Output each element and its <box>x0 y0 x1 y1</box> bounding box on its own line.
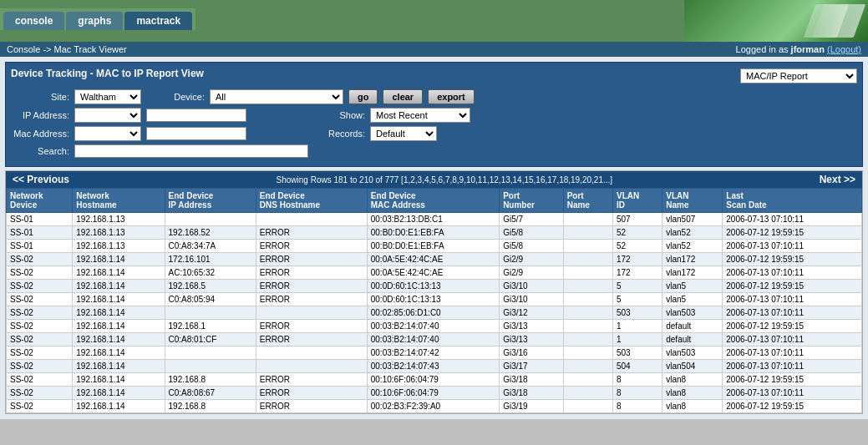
table-row: SS-02192.168.1.14172.16.101ERROR00:0A:5E… <box>7 253 862 266</box>
table-cell <box>256 346 367 360</box>
col-vlan-id: VLANID <box>612 189 662 213</box>
table-cell: 00:03:B2:14:07:43 <box>367 360 499 373</box>
table-cell <box>563 226 612 240</box>
table-cell: 192.168.1 <box>165 320 256 333</box>
nav-tab-graphs[interactable]: graphs <box>66 12 123 30</box>
mac-input[interactable] <box>146 127 246 140</box>
table-cell: Gi3/13 <box>500 333 564 346</box>
table-cell: vlan52 <box>662 240 723 253</box>
table-cell: 2006-07-12 19:59:15 <box>723 226 862 240</box>
table-cell: C0:A8:08:67 <box>165 387 256 400</box>
table-cell <box>563 346 612 360</box>
table-cell: 00:0D:60:1C:13:13 <box>367 280 499 293</box>
table-cell: vlan503 <box>662 346 723 360</box>
table-cell: Gi3/10 <box>500 293 564 306</box>
table-cell: 52 <box>612 226 662 240</box>
table-cell: ERROR <box>256 240 367 253</box>
table-cell <box>563 333 612 346</box>
col-vlan-name: VLANName <box>662 189 723 213</box>
ip-input[interactable] <box>146 109 246 122</box>
nav-tab-mactrack[interactable]: mactrack <box>124 12 192 30</box>
export-button[interactable]: export <box>428 89 475 104</box>
table-cell <box>256 306 367 320</box>
show-select[interactable]: Most Recent All <box>370 108 470 123</box>
table-cell: 2006-07-13 07:10:11 <box>723 213 862 226</box>
table-cell <box>563 253 612 266</box>
search-input[interactable] <box>74 144 308 158</box>
logout-link[interactable]: (Logout) <box>827 44 861 54</box>
ip-select[interactable] <box>74 108 141 123</box>
table-cell: 192.168.1.14 <box>73 373 165 387</box>
table-cell: ERROR <box>256 333 367 346</box>
table-cell: 2006-07-13 07:10:11 <box>723 293 862 306</box>
table-cell: SS-02 <box>7 373 73 387</box>
table-cell: 192.168.1.14 <box>73 400 165 413</box>
table-cell: SS-01 <box>7 226 73 240</box>
records-select[interactable]: Default 10 25 50 100 <box>370 126 437 141</box>
table-cell: 172 <box>612 253 662 266</box>
device-select[interactable]: All <box>210 89 343 104</box>
table-cell: Gi3/18 <box>500 373 564 387</box>
table-row: SS-01192.168.1.1300:03:B2:13:DB:C1Gi5/75… <box>7 213 862 226</box>
table-cell: 5 <box>612 293 662 306</box>
col-end-mac: End DeviceMAC Address <box>367 189 499 213</box>
clear-button[interactable]: clear <box>383 89 423 104</box>
table-cell: 00:0D:60:1C:13:13 <box>367 293 499 306</box>
table-cell <box>256 213 367 226</box>
table-row: SS-02192.168.1.14C0:A8:05:94ERROR00:0D:6… <box>7 293 862 306</box>
table-cell: 00:02:B3:F2:39:A0 <box>367 400 499 413</box>
col-end-dns: End DeviceDNS Hostname <box>256 189 367 213</box>
table-cell: 192.168.1.14 <box>73 280 165 293</box>
table-row: SS-02192.168.1.14C0:A8:08:67ERROR00:10:6… <box>7 387 862 400</box>
table-cell: 00:03:B2:14:07:40 <box>367 320 499 333</box>
table-row: SS-01192.168.1.13C0:A8:34:7AERROR00:B0:D… <box>7 240 862 253</box>
table-cell <box>563 320 612 333</box>
table-row: SS-02192.168.1.14192.168.8ERROR00:02:B3:… <box>7 400 862 413</box>
table-cell <box>165 306 256 320</box>
prev-link[interactable]: << Previous <box>13 174 69 185</box>
table-cell: 192.168.1.14 <box>73 266 165 280</box>
table-cell: Gi2/9 <box>500 266 564 280</box>
table-cell: Gi3/17 <box>500 360 564 373</box>
table-cell: SS-02 <box>7 360 73 373</box>
nav-tab-console[interactable]: console <box>3 12 64 30</box>
table-cell: SS-02 <box>7 253 73 266</box>
table-cell: 2006-07-13 07:10:11 <box>723 240 862 253</box>
table-cell: SS-02 <box>7 306 73 320</box>
table-cell: 2006-07-12 19:59:15 <box>723 253 862 266</box>
table-cell: vlan5 <box>662 293 723 306</box>
table-cell <box>256 360 367 373</box>
col-scan-date: LastScan Date <box>723 189 862 213</box>
table-cell <box>563 360 612 373</box>
col-port-number: PortNumber <box>500 189 564 213</box>
col-network-hostname: NetworkHostname <box>73 189 165 213</box>
col-network-device: NetworkDevice <box>7 189 73 213</box>
table-cell: 2006-07-12 19:59:15 <box>723 400 862 413</box>
user-info: Logged in as jforman (Logout) <box>736 44 861 54</box>
report-select[interactable]: MAC/IP Report <box>740 68 857 83</box>
table-cell <box>165 213 256 226</box>
table-container: << Previous Showing Rows 181 to 210 of 7… <box>5 170 863 414</box>
table-cell: 00:03:B2:14:07:40 <box>367 333 499 346</box>
table-cell: 2006-07-12 19:59:15 <box>723 280 862 293</box>
table-cell: vlan8 <box>662 400 723 413</box>
table-cell <box>563 240 612 253</box>
table-cell: vlan172 <box>662 253 723 266</box>
table-cell <box>563 213 612 226</box>
table-cell: 2006-07-13 07:10:11 <box>723 333 862 346</box>
table-cell: ERROR <box>256 293 367 306</box>
table-cell <box>563 293 612 306</box>
table-cell: 1 <box>612 333 662 346</box>
next-link[interactable]: Next >> <box>820 174 855 185</box>
site-select[interactable]: Waltham <box>74 89 141 104</box>
table-row: SS-02192.168.1.14C0:A8:01:CFERROR00:03:B… <box>7 333 862 346</box>
table-cell: SS-02 <box>7 266 73 280</box>
mac-select[interactable] <box>74 126 141 141</box>
table-cell: 192.168.1.14 <box>73 360 165 373</box>
go-button[interactable]: go <box>348 89 378 104</box>
table-cell: vlan5 <box>662 280 723 293</box>
table-cell: 192.168.1.14 <box>73 320 165 333</box>
table-cell: Gi3/13 <box>500 320 564 333</box>
table-cell: 00:10:6F:06:04:79 <box>367 387 499 400</box>
table-cell: 192.168.1.14 <box>73 346 165 360</box>
